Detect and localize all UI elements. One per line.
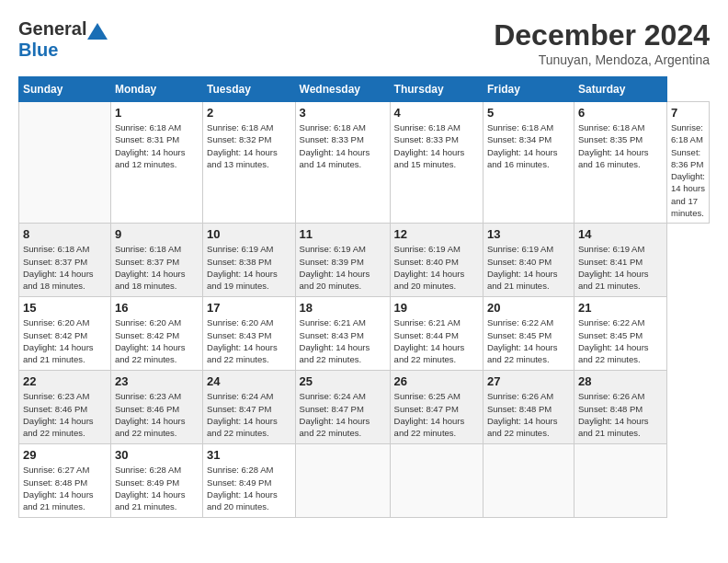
day-info: Sunrise: 6:21 AMSunset: 8:44 PMDaylight:… [394, 317, 465, 364]
day-info: Sunrise: 6:18 AMSunset: 8:31 PMDaylight:… [115, 122, 186, 169]
day-info: Sunrise: 6:22 AMSunset: 8:45 PMDaylight:… [487, 317, 558, 364]
calendar-cell: 29Sunrise: 6:27 AMSunset: 8:48 PMDayligh… [19, 444, 111, 518]
day-info: Sunrise: 6:22 AMSunset: 8:45 PMDaylight:… [578, 317, 649, 364]
calendar-cell: 9Sunrise: 6:18 AMSunset: 8:37 PMDaylight… [110, 224, 202, 297]
day-number: 2 [207, 106, 291, 120]
day-info: Sunrise: 6:20 AMSunset: 8:42 PMDaylight:… [115, 317, 186, 364]
calendar-cell: 3Sunrise: 6:18 AMSunset: 8:33 PMDaylight… [295, 102, 390, 224]
calendar-table: SundayMondayTuesdayWednesdayThursdayFrid… [18, 76, 710, 518]
day-info: Sunrise: 6:25 AMSunset: 8:47 PMDaylight:… [394, 391, 465, 438]
day-info: Sunrise: 6:18 AMSunset: 8:35 PMDaylight:… [578, 122, 649, 169]
day-number: 22 [23, 374, 107, 388]
calendar-cell: 18Sunrise: 6:21 AMSunset: 8:43 PMDayligh… [295, 297, 390, 371]
day-info: Sunrise: 6:21 AMSunset: 8:43 PMDaylight:… [300, 317, 370, 364]
calendar-cell: 10Sunrise: 6:19 AMSunset: 8:38 PMDayligh… [203, 224, 296, 297]
calendar-cell [19, 102, 111, 224]
day-number: 3 [300, 106, 386, 120]
svg-marker-0 [87, 23, 108, 40]
calendar-header-tuesday: Tuesday [203, 77, 296, 102]
day-number: 18 [300, 301, 386, 315]
calendar-cell: 6Sunrise: 6:18 AMSunset: 8:35 PMDaylight… [574, 102, 666, 224]
calendar-cell: 21Sunrise: 6:22 AMSunset: 8:45 PMDayligh… [574, 297, 666, 371]
calendar-cell: 2Sunrise: 6:18 AMSunset: 8:32 PMDaylight… [203, 102, 296, 224]
day-info: Sunrise: 6:19 AMSunset: 8:40 PMDaylight:… [394, 244, 465, 291]
day-info: Sunrise: 6:19 AMSunset: 8:39 PMDaylight:… [300, 244, 370, 291]
day-number: 13 [487, 227, 570, 241]
calendar-header-sunday: Sunday [19, 77, 111, 102]
calendar-cell: 4Sunrise: 6:18 AMSunset: 8:33 PMDaylight… [390, 102, 483, 224]
day-number: 29 [23, 448, 107, 462]
day-info: Sunrise: 6:18 AMSunset: 8:37 PMDaylight:… [115, 244, 186, 291]
calendar-cell: 20Sunrise: 6:22 AMSunset: 8:45 PMDayligh… [483, 297, 574, 371]
day-info: Sunrise: 6:19 AMSunset: 8:40 PMDaylight:… [487, 244, 558, 291]
day-info: Sunrise: 6:20 AMSunset: 8:43 PMDaylight:… [207, 317, 278, 364]
day-info: Sunrise: 6:18 AMSunset: 8:32 PMDaylight:… [207, 122, 278, 169]
day-info: Sunrise: 6:23 AMSunset: 8:46 PMDaylight:… [23, 391, 94, 438]
logo-icon [87, 23, 108, 40]
day-info: Sunrise: 6:18 AMSunset: 8:34 PMDaylight:… [487, 122, 558, 169]
day-number: 25 [300, 374, 386, 388]
calendar-cell [483, 444, 574, 518]
day-info: Sunrise: 6:28 AMSunset: 8:49 PMDaylight:… [115, 465, 186, 511]
day-number: 9 [115, 227, 199, 241]
day-number: 20 [487, 301, 570, 315]
day-number: 12 [394, 227, 479, 241]
calendar-header-saturday: Saturday [574, 77, 666, 102]
calendar-week-row: 1Sunrise: 6:18 AMSunset: 8:31 PMDaylight… [19, 102, 710, 224]
calendar-header-monday: Monday [110, 77, 202, 102]
calendar-cell: 12Sunrise: 6:19 AMSunset: 8:40 PMDayligh… [390, 224, 483, 297]
day-info: Sunrise: 6:19 AMSunset: 8:41 PMDaylight:… [578, 244, 649, 291]
calendar-week-row: 15Sunrise: 6:20 AMSunset: 8:42 PMDayligh… [19, 297, 710, 371]
calendar-cell: 26Sunrise: 6:25 AMSunset: 8:47 PMDayligh… [390, 371, 483, 444]
day-number: 28 [578, 374, 663, 388]
calendar-week-row: 8Sunrise: 6:18 AMSunset: 8:37 PMDaylight… [19, 224, 710, 297]
day-info: Sunrise: 6:27 AMSunset: 8:48 PMDaylight:… [23, 465, 94, 511]
calendar-header-wednesday: Wednesday [295, 77, 390, 102]
day-number: 23 [115, 374, 199, 388]
day-number: 27 [487, 374, 570, 388]
day-number: 14 [578, 227, 663, 241]
day-number: 7 [671, 106, 705, 120]
calendar-cell: 8Sunrise: 6:18 AMSunset: 8:37 PMDaylight… [19, 224, 111, 297]
day-number: 5 [487, 106, 570, 120]
calendar-cell: 1Sunrise: 6:18 AMSunset: 8:31 PMDaylight… [110, 102, 202, 224]
calendar-cell: 5Sunrise: 6:18 AMSunset: 8:34 PMDaylight… [483, 102, 574, 224]
calendar-cell: 22Sunrise: 6:23 AMSunset: 8:46 PMDayligh… [19, 371, 111, 444]
day-number: 8 [23, 227, 107, 241]
page-header: General Blue December 2024 Tunuyan, Mend… [18, 18, 710, 67]
logo-blue: Blue [18, 40, 58, 60]
logo-general: General [18, 18, 86, 39]
day-info: Sunrise: 6:18 AMSunset: 8:37 PMDaylight:… [23, 244, 94, 291]
calendar-cell: 24Sunrise: 6:24 AMSunset: 8:47 PMDayligh… [203, 371, 296, 444]
calendar-cell: 15Sunrise: 6:20 AMSunset: 8:42 PMDayligh… [19, 297, 111, 371]
day-info: Sunrise: 6:19 AMSunset: 8:38 PMDaylight:… [207, 244, 278, 291]
day-number: 4 [394, 106, 479, 120]
calendar-cell: 14Sunrise: 6:19 AMSunset: 8:41 PMDayligh… [574, 224, 666, 297]
calendar-cell [390, 444, 483, 518]
day-number: 11 [300, 227, 386, 241]
calendar-header-row: SundayMondayTuesdayWednesdayThursdayFrid… [19, 77, 710, 102]
title-area: December 2024 Tunuyan, Mendoza, Argentin… [494, 18, 710, 67]
day-number: 15 [23, 301, 107, 315]
calendar-cell: 30Sunrise: 6:28 AMSunset: 8:49 PMDayligh… [110, 444, 202, 518]
calendar-cell: 31Sunrise: 6:28 AMSunset: 8:49 PMDayligh… [203, 444, 296, 518]
day-info: Sunrise: 6:26 AMSunset: 8:48 PMDaylight:… [487, 391, 558, 438]
calendar-cell [574, 444, 666, 518]
calendar-cell [295, 444, 390, 518]
day-number: 26 [394, 374, 479, 388]
location-title: Tunuyan, Mendoza, Argentina [494, 52, 710, 67]
month-title: December 2024 [494, 18, 710, 52]
day-number: 30 [115, 448, 199, 462]
calendar-cell: 17Sunrise: 6:20 AMSunset: 8:43 PMDayligh… [203, 297, 296, 371]
calendar-cell: 7Sunrise: 6:18 AMSunset: 8:36 PMDaylight… [666, 102, 709, 224]
day-info: Sunrise: 6:18 AMSunset: 8:36 PMDaylight:… [671, 122, 705, 218]
day-number: 21 [578, 301, 663, 315]
calendar-header-thursday: Thursday [390, 77, 483, 102]
calendar-week-row: 22Sunrise: 6:23 AMSunset: 8:46 PMDayligh… [19, 371, 710, 444]
day-number: 31 [207, 448, 291, 462]
calendar-cell: 28Sunrise: 6:26 AMSunset: 8:48 PMDayligh… [574, 371, 666, 444]
day-info: Sunrise: 6:26 AMSunset: 8:48 PMDaylight:… [578, 391, 649, 438]
calendar-header-friday: Friday [483, 77, 574, 102]
day-number: 16 [115, 301, 199, 315]
day-number: 19 [394, 301, 479, 315]
